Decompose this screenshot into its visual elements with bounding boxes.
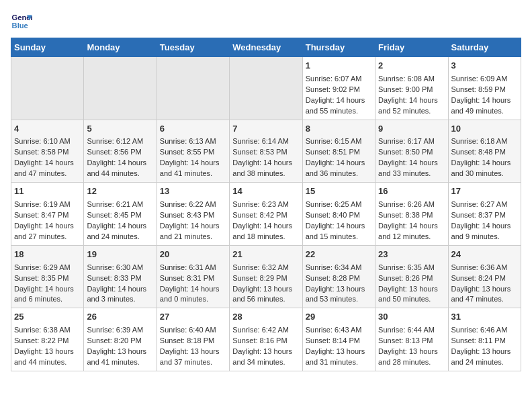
cell-content-line: and 44 minutes.: [14, 357, 81, 368]
cell-content-line: Daylight: 14 hours: [378, 95, 445, 106]
cell-content-line: Sunset: 8:18 PM: [160, 336, 226, 347]
day-number: 20: [160, 248, 226, 261]
cell-content-line: and 33 minutes.: [378, 169, 445, 179]
cell-content-line: Sunrise: 6:15 AM: [306, 136, 372, 147]
calendar-cell: 4Sunrise: 6:10 AMSunset: 8:58 PMDaylight…: [11, 120, 84, 183]
day-number: 11: [14, 185, 81, 198]
cell-content-line: Daylight: 13 hours: [306, 347, 372, 357]
cell-content-line: Daylight: 14 hours: [160, 284, 226, 295]
cell-content-line: Daylight: 13 hours: [232, 347, 299, 357]
calendar-cell: 5Sunrise: 6:12 AMSunset: 8:56 PMDaylight…: [84, 120, 157, 183]
calendar-body: 1Sunrise: 6:07 AMSunset: 9:02 PMDaylight…: [11, 57, 521, 371]
cell-content-line: Daylight: 14 hours: [232, 158, 299, 169]
cell-content-line: Daylight: 14 hours: [378, 221, 445, 232]
day-number: 6: [160, 123, 226, 136]
day-number: 8: [306, 123, 372, 136]
calendar-cell: 14Sunrise: 6:23 AMSunset: 8:42 PMDayligh…: [230, 183, 302, 246]
cell-content-line: and 47 minutes.: [451, 294, 518, 305]
cell-content-line: Sunrise: 6:09 AM: [451, 74, 518, 85]
day-number: 12: [87, 185, 153, 198]
calendar-cell: 7Sunrise: 6:14 AMSunset: 8:53 PMDaylight…: [230, 120, 302, 183]
day-number: 2: [378, 60, 445, 73]
cell-content-line: Sunrise: 6:21 AM: [87, 199, 153, 210]
day-number: 27: [160, 311, 226, 324]
cell-content-line: and 44 minutes.: [87, 169, 153, 179]
cell-content-line: Daylight: 14 hours: [306, 95, 372, 106]
cell-content-line: Sunset: 8:28 PM: [306, 273, 372, 284]
cell-content-line: Sunset: 8:13 PM: [378, 336, 445, 347]
calendar-cell: [84, 57, 157, 120]
cell-content-line: and 55 minutes.: [306, 106, 372, 117]
day-number: 29: [306, 311, 372, 324]
cell-content-line: Sunset: 8:55 PM: [160, 147, 226, 158]
cell-content-line: Daylight: 13 hours: [451, 284, 518, 295]
cell-content-line: Sunset: 8:33 PM: [87, 273, 153, 284]
cell-content-line: and 31 minutes.: [306, 357, 372, 368]
cell-content-line: Sunset: 8:24 PM: [451, 273, 518, 284]
cell-content-line: and 36 minutes.: [306, 169, 372, 179]
cell-content-line: and 27 minutes.: [14, 232, 81, 242]
calendar-cell: 1Sunrise: 6:07 AMSunset: 9:02 PMDaylight…: [302, 57, 375, 120]
cell-content-line: and 28 minutes.: [378, 357, 445, 368]
calendar-cell: 16Sunrise: 6:26 AMSunset: 8:38 PMDayligh…: [375, 183, 448, 246]
calendar-cell: 18Sunrise: 6:29 AMSunset: 8:35 PMDayligh…: [11, 245, 84, 308]
cell-content-line: Sunset: 8:53 PM: [232, 147, 299, 158]
cell-content-line: Sunset: 8:14 PM: [306, 336, 372, 347]
calendar-cell: [11, 57, 84, 120]
calendar-cell: 13Sunrise: 6:22 AMSunset: 8:43 PMDayligh…: [157, 183, 229, 246]
calendar-cell: 19Sunrise: 6:30 AMSunset: 8:33 PMDayligh…: [84, 245, 157, 308]
calendar-cell: 2Sunrise: 6:08 AMSunset: 9:00 PMDaylight…: [375, 57, 448, 120]
calendar-cell: 21Sunrise: 6:32 AMSunset: 8:29 PMDayligh…: [230, 245, 302, 308]
calendar-cell: 20Sunrise: 6:31 AMSunset: 8:31 PMDayligh…: [157, 245, 229, 308]
cell-content-line: and 3 minutes.: [87, 294, 153, 305]
cell-content-line: Sunset: 8:43 PM: [160, 210, 226, 221]
cell-content-line: Daylight: 14 hours: [87, 221, 153, 232]
cell-content-line: Daylight: 13 hours: [306, 284, 372, 295]
day-number: 4: [14, 123, 81, 136]
cell-content-line: Daylight: 14 hours: [14, 284, 81, 295]
cell-content-line: and 34 minutes.: [232, 357, 299, 368]
cell-content-line: Daylight: 14 hours: [87, 284, 153, 295]
cell-content-line: Sunrise: 6:34 AM: [306, 263, 372, 273]
cell-content-line: Sunrise: 6:42 AM: [232, 325, 299, 336]
day-number: 19: [87, 248, 153, 261]
cell-content-line: Sunrise: 6:08 AM: [378, 74, 445, 85]
cell-content-line: and 56 minutes.: [232, 294, 299, 305]
weekday-header: Monday: [84, 38, 157, 57]
cell-content-line: and 0 minutes.: [160, 294, 226, 305]
calendar-table: SundayMondayTuesdayWednesdayThursdayFrid…: [11, 38, 521, 371]
cell-content-line: and 38 minutes.: [232, 169, 299, 179]
cell-content-line: Sunset: 8:31 PM: [160, 273, 226, 284]
day-number: 1: [306, 60, 372, 73]
cell-content-line: Sunset: 9:00 PM: [378, 85, 445, 95]
cell-content-line: Sunrise: 6:14 AM: [232, 136, 299, 147]
calendar-cell: 8Sunrise: 6:15 AMSunset: 8:51 PMDaylight…: [302, 120, 375, 183]
cell-content-line: Sunrise: 6:44 AM: [378, 325, 445, 336]
cell-content-line: Sunrise: 6:22 AM: [160, 199, 226, 210]
day-number: 14: [232, 185, 299, 198]
cell-content-line: Daylight: 13 hours: [160, 347, 226, 357]
cell-content-line: and 30 minutes.: [451, 169, 518, 179]
day-number: 5: [87, 123, 153, 136]
calendar-cell: 6Sunrise: 6:13 AMSunset: 8:55 PMDaylight…: [157, 120, 229, 183]
cell-content-line: Sunset: 8:50 PM: [378, 147, 445, 158]
cell-content-line: Daylight: 13 hours: [14, 347, 81, 357]
calendar-week-row: 1Sunrise: 6:07 AMSunset: 9:02 PMDaylight…: [11, 57, 521, 120]
logo: General Blue: [11, 11, 32, 32]
cell-content-line: and 37 minutes.: [160, 357, 226, 368]
day-number: 13: [160, 185, 226, 198]
calendar-cell: 29Sunrise: 6:43 AMSunset: 8:14 PMDayligh…: [302, 308, 375, 371]
cell-content-line: Daylight: 13 hours: [232, 284, 299, 295]
cell-content-line: Sunset: 8:42 PM: [232, 210, 299, 221]
day-number: 24: [451, 248, 518, 261]
day-number: 30: [378, 311, 445, 324]
cell-content-line: and 6 minutes.: [14, 294, 81, 305]
cell-content-line: and 9 minutes.: [451, 232, 518, 242]
calendar-week-row: 25Sunrise: 6:38 AMSunset: 8:22 PMDayligh…: [11, 308, 521, 371]
calendar-cell: 22Sunrise: 6:34 AMSunset: 8:28 PMDayligh…: [302, 245, 375, 308]
day-number: 18: [14, 248, 81, 261]
cell-content-line: Daylight: 13 hours: [378, 284, 445, 295]
weekday-header: Thursday: [302, 38, 375, 57]
calendar-cell: 10Sunrise: 6:18 AMSunset: 8:48 PMDayligh…: [448, 120, 521, 183]
cell-content-line: Sunrise: 6:39 AM: [87, 325, 153, 336]
